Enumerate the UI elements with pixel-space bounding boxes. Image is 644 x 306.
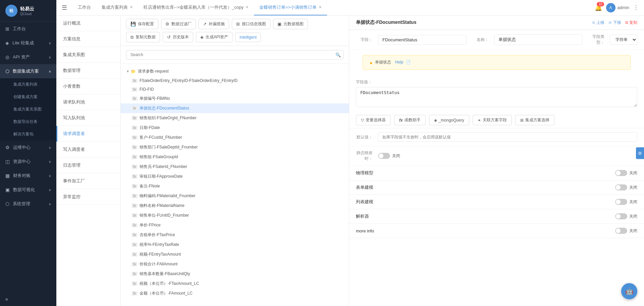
- data-filter-button[interactable]: ⚙ 数据过滤厂: [161, 19, 196, 29]
- up-action[interactable]: ⊙ 上移: [592, 20, 604, 26]
- notification-badge[interactable]: 🔔 10: [595, 4, 602, 11]
- tree-item-15[interactable]: Sr 单价-FPrice: [121, 220, 349, 230]
- more-info-toggle[interactable]: 关闭: [615, 228, 637, 234]
- var-selector-button[interactable]: ▽ 变量选择器: [356, 115, 391, 125]
- tab-integration-list[interactable]: 集成方案列表 ✕: [96, 0, 138, 15]
- tree-item-12[interactable]: Sr 物料编码-FMaterialId_Fnumber: [121, 191, 349, 201]
- menu-icon[interactable]: ☰: [62, 4, 67, 11]
- left-panel-data-mgmt[interactable]: 数据管理: [56, 63, 120, 79]
- tree-item-14[interactable]: Sr 销售单位-FUnitID_Fnumber: [121, 211, 349, 220]
- help-icon[interactable]: 📄: [406, 60, 411, 64]
- search-icon[interactable]: 🔍: [335, 52, 341, 57]
- left-panel-xiao-qing[interactable]: 小青查数: [56, 79, 120, 94]
- tree-item-5[interactable]: Sr 日期-FDate: [121, 123, 349, 133]
- top-bar-more-icon[interactable]: ⋮: [633, 4, 639, 11]
- form-model-switch[interactable]: [615, 184, 627, 190]
- field-value-input[interactable]: FDocumentStatus: [356, 87, 637, 107]
- xiao-qing-assistant[interactable]: 🤖: [621, 283, 637, 299]
- tree-item-7[interactable]: Sr 销售部门-FSaleDeptId_Fnumber: [121, 142, 349, 152]
- tree-item-8[interactable]: Sr 销售组-FSaleGroupId: [121, 152, 349, 162]
- tree-item-17[interactable]: Sr 税率%-FEntryTaxRate: [121, 240, 349, 250]
- sidebar-item-data-vis[interactable]: ▣ 数据可视化 ∨: [0, 183, 56, 197]
- func-helper-button[interactable]: fx 函数助手: [394, 115, 426, 125]
- tab-integration-list-close[interactable]: ✕: [130, 5, 133, 9]
- sidebar-item-workbench[interactable]: ⊞ 工作台: [0, 22, 56, 36]
- integration-select-button[interactable]: ⊞ 集成方案选择: [515, 115, 554, 125]
- tree-item-2[interactable]: Sr 单据编号-FBillNo: [121, 94, 349, 103]
- tree-item-21[interactable]: Sr 税额（本位币）-FTaxAmount_LC: [121, 279, 349, 289]
- sidebar-item-api[interactable]: ◎ API 资产 ∨: [0, 50, 56, 64]
- sidebar-item-resource-center[interactable]: ◫ 资源中心 ∨: [0, 155, 56, 169]
- tree-item-10[interactable]: Sr 审核日期-FApproveDate: [121, 172, 349, 181]
- sidebar-sub-create-integration[interactable]: 创建集成方案: [0, 91, 56, 103]
- tree-item-4[interactable]: Sr 销售组织-FSaleOrgId_FNumber: [121, 113, 349, 123]
- left-panel-write-dispatcher[interactable]: 写入调度者: [56, 142, 120, 158]
- left-panel-overview[interactable]: 运行概况: [56, 15, 120, 31]
- left-panel-request-dispatcher[interactable]: 请求调度者: [56, 126, 120, 142]
- parser-switch[interactable]: [615, 213, 627, 219]
- tree-item-22[interactable]: Sr 金额（本位币）-FAmount_LC: [121, 289, 349, 298]
- tab-wangdian[interactable]: 旺店通销售出库-->金蝶采购入库（一件代发）_copy ✕: [138, 0, 254, 15]
- tree-folder-request[interactable]: ▼ 📁 请求参数-request: [121, 67, 349, 76]
- help-link[interactable]: Help: [395, 60, 404, 64]
- tree-item-19[interactable]: Sr 价税合计-FAllAmount: [121, 259, 349, 269]
- gen-api-button[interactable]: ◈ 生成API资产: [196, 32, 232, 42]
- copy-meta-button[interactable]: ⧉ 复制元数据: [126, 32, 160, 42]
- left-panel-request-pool[interactable]: 请求队列池: [56, 94, 120, 110]
- static-toggle[interactable]: [378, 153, 390, 159]
- physical-model-switch[interactable]: [615, 170, 627, 176]
- physical-model-toggle[interactable]: 关闭: [615, 170, 637, 176]
- history-button[interactable]: ↺ 历史版本: [163, 32, 193, 42]
- static-switch[interactable]: 关闭: [378, 153, 400, 159]
- tree-item-16[interactable]: Sr 含税单价-FTaxPrice: [121, 230, 349, 240]
- settings-gear-button[interactable]: ⚙: [636, 147, 644, 159]
- down-action[interactable]: ⊙ 下移: [608, 20, 621, 26]
- default-input[interactable]: [378, 132, 637, 142]
- user-avatar[interactable]: A admin: [606, 3, 629, 12]
- tab-wangdian-close[interactable]: ✕: [246, 5, 249, 9]
- tree-item-1[interactable]: Sr FID-FID: [121, 85, 349, 94]
- sidebar-item-lite[interactable]: ◈ Lite 轻集成 ∨: [0, 36, 56, 50]
- sidebar-item-sys-mgmt[interactable]: ⬡ 系统管理 ∨: [0, 197, 56, 211]
- form-model-toggle[interactable]: 关闭: [615, 184, 637, 190]
- save-config-button[interactable]: 💾 保存配置: [126, 19, 158, 29]
- sidebar-bottom[interactable]: ≡: [0, 293, 56, 306]
- interface-view-button[interactable]: ⊞ 接口信息视图: [232, 19, 270, 29]
- tab-jindie-close[interactable]: ✕: [319, 5, 322, 9]
- left-panel-plan-info[interactable]: 方案信息: [56, 31, 120, 47]
- tab-workbench[interactable]: 工作台: [72, 0, 96, 15]
- supplement-button[interactable]: ↗ 补漏措施: [199, 19, 229, 29]
- left-panel-log-mgmt[interactable]: 日志管理: [56, 158, 120, 173]
- sidebar-sub-data-export[interactable]: 数据导出任务: [0, 116, 56, 128]
- left-panel-exception-monitor[interactable]: 异常监控: [56, 189, 120, 205]
- left-panel-integration-view[interactable]: 集成关系图: [56, 47, 120, 63]
- left-panel-event-factory[interactable]: 事件加工厂: [56, 173, 120, 189]
- parser-toggle[interactable]: 关闭: [615, 213, 637, 219]
- related-field-button[interactable]: ⚭ 关联方案字段: [473, 115, 512, 125]
- sidebar-item-data-integration[interactable]: ⬡ 数据集成方案 ∧: [0, 64, 56, 78]
- sidebar-sub-integration-relation[interactable]: 集成方案关系图: [0, 103, 56, 116]
- intelligent-button[interactable]: intelligent: [235, 33, 261, 42]
- tree-item-11[interactable]: Sr 备注-FNote: [121, 181, 349, 191]
- search-input[interactable]: [126, 50, 343, 59]
- sidebar-item-ops-center[interactable]: ⚙ 运维中心 ∨: [0, 140, 56, 155]
- tree-item-18[interactable]: Sr 税额-FEntryTaxAmount: [121, 250, 349, 259]
- list-model-toggle[interactable]: 关闭: [615, 199, 637, 205]
- tab-jindie[interactable]: 金蝶销售订单=>小满销售订单 ✕: [254, 0, 327, 15]
- mongo-query-button[interactable]: ◈ _mongoQuery: [429, 115, 469, 125]
- tree-item-0[interactable]: Sr FSaleOrderEntry_FEntryID-FSaleOrderEn…: [121, 76, 349, 85]
- meta-view-button[interactable]: ▣ 元数据视图: [273, 19, 308, 29]
- tree-item-20[interactable]: Sr 销售基本数量-FBaseUnitQty: [121, 269, 349, 279]
- tree-item-9[interactable]: Sr 销售员-FSalerId_FNumber: [121, 162, 349, 172]
- list-model-switch[interactable]: [615, 199, 627, 205]
- tree-item-6[interactable]: Sr 客户-FCustId_FNumber: [121, 133, 349, 142]
- tree-item-3[interactable]: Sr 单据状态-FDocumentStatus: [121, 103, 349, 113]
- sidebar-item-finance[interactable]: ▦ 财务对账 ∨: [0, 169, 56, 183]
- more-info-switch[interactable]: [615, 228, 627, 234]
- sidebar-sub-solution-package[interactable]: 解决方案包: [0, 128, 56, 140]
- left-panel-write-pool[interactable]: 写入队列池: [56, 110, 120, 126]
- sidebar-sub-integration-list[interactable]: 集成方案列表: [0, 78, 56, 91]
- copy-action[interactable]: ⧉ 复制: [625, 20, 637, 26]
- field-type-select[interactable]: 字符串: [610, 35, 637, 45]
- tree-item-13[interactable]: Sr 物料名称-FMaterialName: [121, 201, 349, 211]
